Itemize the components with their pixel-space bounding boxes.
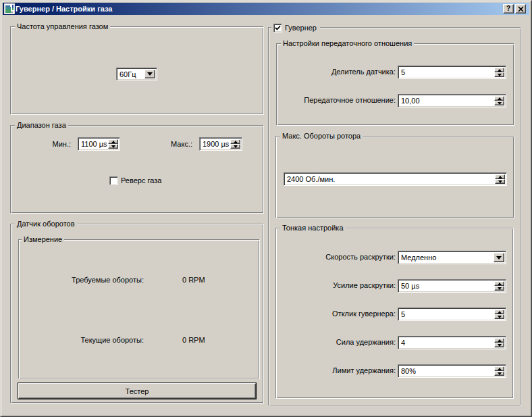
max-spinedit[interactable]: 1900 µs (199, 137, 242, 151)
group-title: Диапазон газа (15, 121, 68, 130)
spool-force-spinedit[interactable]: 50 µs (398, 279, 506, 293)
window-title: Гувернер / Настройки газа (16, 4, 112, 14)
arrow-up-icon (111, 141, 115, 143)
hold-limit-label: Лимит удержания: (284, 366, 396, 375)
group-governor: Гувернер Настройки передаточного отношен… (268, 27, 521, 406)
spin-down-button[interactable] (494, 343, 504, 347)
arrow-down-icon (498, 344, 502, 347)
min-spinedit[interactable]: 1100 µs (78, 137, 120, 151)
arrow-up-icon (498, 97, 502, 100)
group-throttle-range: Диапазон газа Мин.: 1100 µs Макс.: 1900 … (10, 125, 263, 213)
arrow-down-icon (498, 180, 502, 183)
hold-force-label: Сила удержания: (284, 338, 396, 347)
governor-response-spinedit[interactable]: 5 (398, 308, 506, 321)
frequency-combobox[interactable]: 60Гц (116, 68, 157, 80)
hold-limit-spinedit[interactable]: 80% (398, 364, 506, 378)
max-label: Макс.: (135, 140, 192, 149)
group-title: Датчик оборотов (15, 220, 77, 228)
spin-up-button[interactable] (494, 68, 504, 72)
help-button[interactable]: ? (503, 4, 514, 14)
frequency-dropdown-button[interactable] (144, 70, 155, 78)
spin-up-button[interactable] (494, 338, 504, 343)
reverse-throttle-checkbox[interactable] (109, 176, 118, 185)
arrow-up-icon (234, 141, 238, 143)
arrow-up-icon (498, 176, 502, 178)
spin-down-button[interactable] (108, 144, 118, 149)
spool-force-value: 50 µs (400, 281, 494, 291)
max-value: 1900 µs (201, 139, 230, 149)
arrow-up-icon (498, 283, 502, 285)
spin-up-button[interactable] (495, 174, 505, 179)
gear-ratio-value: 10,00 (400, 96, 494, 105)
arrow-down-icon (498, 102, 502, 105)
group-rpm-sensor: Датчик оборотов Измерение Требуемые обор… (10, 224, 263, 403)
group-throttle-frequency: Частота управления газом 60Гц (10, 26, 263, 114)
hold-force-value: 4 (400, 338, 494, 347)
group-title: Настройки передаточного отношения (281, 39, 414, 48)
spin-down-button[interactable] (494, 72, 504, 77)
group-measurement: Измерение Требуемые обороты: 0 RPM Текущ… (18, 239, 259, 378)
governor-response-value: 5 (400, 310, 494, 319)
hold-limit-value: 80% (400, 366, 494, 376)
required-rpm-label: Требуемые обороты: (41, 276, 144, 285)
spin-down-button[interactable] (494, 314, 504, 319)
group-title: Макс. Обороты ротора (280, 132, 363, 141)
spin-up-button[interactable] (108, 139, 118, 144)
gear-ratio-spinedit[interactable]: 10,00 (398, 94, 506, 107)
spin-buttons (495, 174, 505, 184)
gear-ratio-label: Передаточное отношение: (284, 96, 396, 105)
current-rpm-value: 0 RPM (182, 336, 205, 345)
sensor-divider-value: 5 (400, 68, 494, 77)
spin-down-button[interactable] (230, 144, 240, 149)
spin-up-button[interactable] (494, 366, 504, 371)
question-icon: ? (506, 5, 510, 12)
close-button[interactable] (515, 4, 526, 14)
max-spin-buttons (230, 139, 240, 149)
tester-button-label: Тестер (126, 387, 149, 395)
arrow-up-icon (498, 69, 502, 72)
spin-buttons (494, 366, 504, 376)
title-bar[interactable]: Гувернер / Настройки газа ? (3, 3, 529, 15)
required-rpm-value: 0 RPM (182, 276, 205, 285)
group-gear-ratio: Настройки передаточного отношения Делите… (276, 43, 514, 125)
group-title: Измерение (22, 235, 64, 244)
spin-down-button[interactable] (495, 179, 505, 184)
group-max-rotor-rpm: Макс. Обороты ротора 2400 Об./мин. (275, 136, 514, 218)
spin-buttons (494, 338, 504, 347)
group-title: Тонкая настройка (280, 224, 346, 232)
spin-up-button[interactable] (494, 281, 504, 286)
governor-label: Гувернер (285, 24, 317, 32)
spool-speed-combobox[interactable]: Медленно (398, 251, 506, 264)
arrow-down-icon (498, 316, 502, 318)
spool-speed-value: Медленно (400, 253, 494, 262)
rotor-rpm-value: 2400 Об./мин. (286, 174, 494, 184)
spool-speed-label: Скорость раскрутки: (284, 253, 396, 262)
current-rpm-label: Текущие обороты: (41, 336, 144, 345)
spin-down-button[interactable] (494, 286, 504, 291)
spool-speed-dropdown-button[interactable] (494, 253, 504, 262)
sensor-divider-label: Делитель датчика: (284, 68, 396, 76)
min-label: Мин.: (14, 140, 71, 149)
rotor-rpm-spinedit[interactable]: 2400 Об./мин. (284, 172, 507, 186)
frequency-combobox-value: 60Гц (118, 70, 144, 78)
tester-button[interactable]: Тестер (18, 383, 257, 399)
arrow-up-icon (498, 368, 502, 370)
spin-up-button[interactable] (230, 139, 240, 144)
arrow-down-icon (111, 145, 115, 148)
arrow-down-icon (498, 287, 502, 290)
spin-buttons (494, 96, 504, 105)
min-value: 1100 µs (80, 139, 107, 149)
governor-checkbox[interactable] (273, 24, 282, 32)
arrow-down-icon (498, 372, 502, 375)
group-fine-tuning: Тонкая настройка Скорость раскрутки: Мед… (275, 228, 513, 398)
arrow-down-icon (234, 145, 238, 148)
spin-down-button[interactable] (494, 101, 504, 105)
hold-force-spinedit[interactable]: 4 (398, 336, 506, 349)
spin-up-button[interactable] (494, 310, 504, 314)
spin-down-button[interactable] (494, 371, 504, 376)
sensor-divider-spinedit[interactable]: 5 (398, 66, 506, 79)
window-icon (4, 3, 15, 14)
spin-buttons (494, 68, 504, 77)
spin-up-button[interactable] (494, 96, 504, 101)
arrow-down-icon (498, 74, 502, 76)
